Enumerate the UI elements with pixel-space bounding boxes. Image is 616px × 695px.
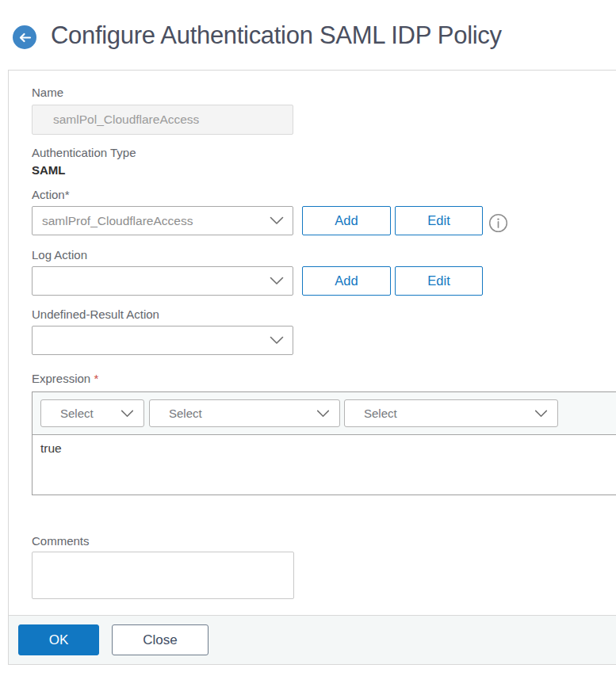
- chevron-down-icon: [270, 277, 284, 285]
- expression-select-3-value: Select: [345, 407, 534, 420]
- log-action-select[interactable]: [32, 266, 293, 296]
- name-input[interactable]: [32, 105, 293, 135]
- undefined-result-action-label: Undefined-Result Action: [32, 307, 159, 321]
- page-title: Configure Authentication SAML IDP Policy: [51, 21, 502, 50]
- chevron-down-icon: [534, 410, 548, 418]
- expression-builder: Select Select Select: [32, 391, 616, 495]
- comments-input[interactable]: [32, 552, 294, 599]
- info-icon[interactable]: [488, 213, 508, 233]
- log-action-label: Log Action: [32, 248, 87, 262]
- action-edit-button[interactable]: Edit: [395, 206, 483, 235]
- action-select-value: samlProf_CloudflareAccess: [33, 214, 270, 228]
- expression-select-1-value: Select: [41, 407, 121, 420]
- chevron-down-icon: [316, 410, 330, 418]
- close-button[interactable]: Close: [112, 624, 209, 655]
- auth-type-value: SAML: [32, 163, 66, 177]
- expression-input[interactable]: [33, 435, 616, 495]
- expression-select-3[interactable]: Select: [344, 399, 558, 427]
- expression-label-text: Expression: [32, 372, 90, 385]
- comments-label: Comments: [32, 534, 90, 548]
- name-label: Name: [32, 86, 63, 99]
- configure-saml-idp-policy-page: Configure Authentication SAML IDP Policy…: [0, 0, 616, 695]
- expression-select-2[interactable]: Select: [149, 399, 340, 427]
- action-select[interactable]: samlProf_CloudflareAccess: [32, 206, 293, 235]
- expression-select-2-value: Select: [150, 407, 316, 420]
- ok-button[interactable]: OK: [18, 624, 99, 655]
- action-add-button[interactable]: Add: [302, 206, 391, 235]
- auth-type-label: Authentication Type: [32, 146, 136, 159]
- expression-label: Expression *: [32, 372, 98, 385]
- log-action-edit-button[interactable]: Edit: [395, 266, 483, 296]
- chevron-down-icon: [121, 410, 134, 418]
- action-label: Action*: [32, 188, 70, 201]
- back-button[interactable]: [13, 25, 36, 49]
- form-panel: Name Authentication Type SAML Action* sa…: [8, 70, 616, 665]
- expression-select-1[interactable]: Select: [40, 399, 144, 427]
- expression-toolbar: Select Select Select: [33, 392, 616, 435]
- chevron-down-icon: [270, 336, 284, 345]
- form-footer: OK Close: [9, 615, 616, 664]
- required-asterisk: *: [94, 372, 98, 385]
- log-action-add-button[interactable]: Add: [302, 266, 391, 296]
- undefined-result-action-select[interactable]: [32, 326, 293, 355]
- chevron-down-icon: [270, 216, 284, 225]
- page-header: Configure Authentication SAML IDP Policy: [0, 0, 616, 70]
- arrow-left-icon: [18, 32, 32, 43]
